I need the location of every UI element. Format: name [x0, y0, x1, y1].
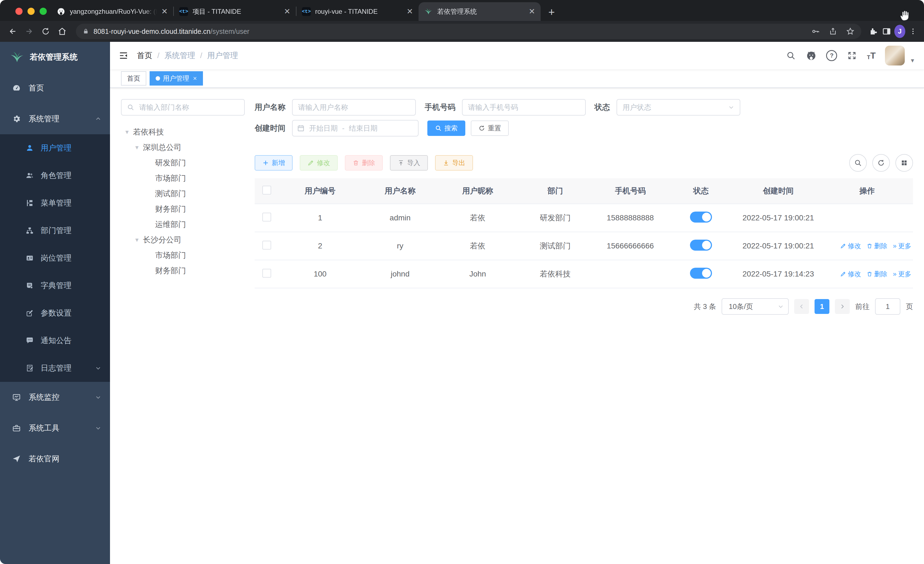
user-avatar[interactable]: [885, 46, 905, 65]
sidebar-item-log-mgmt[interactable]: 日志管理: [0, 354, 110, 382]
sidebar-item-menu-mgmt[interactable]: 菜单管理: [0, 189, 110, 217]
import-button[interactable]: 导入: [390, 155, 428, 171]
row-checkbox[interactable]: [262, 213, 271, 221]
username-input[interactable]: [292, 99, 416, 116]
date-range-picker[interactable]: 开始日期 - 结束日期: [292, 120, 418, 137]
app-logo[interactable]: 若依管理系统: [0, 42, 110, 73]
back-icon[interactable]: [6, 24, 20, 39]
tree-node[interactable]: 财务部门: [121, 263, 245, 278]
caret-down-icon[interactable]: ▼: [124, 129, 130, 135]
breadcrumb-home[interactable]: 首页: [137, 50, 152, 61]
delete-button[interactable]: 删除: [345, 155, 383, 171]
add-button[interactable]: 新增: [255, 155, 292, 171]
columns-grid-icon[interactable]: [896, 154, 913, 171]
row-checkbox[interactable]: [262, 269, 271, 278]
sidebar-item-system-mgmt[interactable]: 系统管理: [0, 104, 110, 134]
extensions-puzzle-icon[interactable]: [868, 26, 879, 37]
caret-down-icon[interactable]: ▼: [134, 237, 140, 243]
sidebar-item-notice[interactable]: 通知公告: [0, 327, 110, 354]
page-size-select[interactable]: 10条/页: [722, 298, 789, 315]
dept-search-box[interactable]: [121, 99, 245, 116]
table-row[interactable]: 2 ry 若依 测试部门 15666666666 2022-05-17 19:0…: [255, 232, 913, 260]
row-more-link[interactable]: » 更多: [893, 270, 911, 278]
new-tab-button[interactable]: +: [548, 7, 555, 18]
tree-node[interactable]: 财务部门: [121, 202, 245, 217]
row-delete-link[interactable]: 删除: [867, 270, 887, 278]
table-row[interactable]: 1 admin 若依 研发部门 15888888888 2022-05-17 1…: [255, 204, 913, 232]
tag-user-mgmt-active[interactable]: 用户管理 ×: [150, 71, 203, 86]
forward-icon[interactable]: [22, 24, 36, 39]
header-search-icon[interactable]: [785, 50, 796, 61]
row-delete-link[interactable]: 删除: [867, 242, 887, 250]
tag-close-icon[interactable]: ×: [193, 75, 197, 82]
share-icon[interactable]: [829, 27, 837, 36]
edit-button[interactable]: 修改: [300, 155, 338, 171]
browser-menu-icon[interactable]: [908, 26, 918, 37]
sidebar-item-param-settings[interactable]: 参数设置: [0, 299, 110, 327]
browser-tab-titanide-1[interactable]: <t> 项目 - TITANIDE ✕: [174, 2, 296, 21]
reset-button[interactable]: 重置: [471, 120, 509, 136]
browser-tab-ruoyi-active[interactable]: 若依管理系统 ✕: [418, 2, 541, 21]
github-icon[interactable]: [806, 50, 817, 61]
row-edit-link[interactable]: 修改: [840, 270, 861, 278]
sidebar-collapse-icon[interactable]: [119, 51, 128, 60]
tree-node[interactable]: ▼深圳总公司: [121, 140, 245, 155]
bookmark-star-icon[interactable]: [846, 27, 855, 36]
refresh-icon[interactable]: [872, 154, 890, 171]
tree-node[interactable]: 研发部门: [121, 155, 245, 171]
tab-close-icon[interactable]: ✕: [161, 8, 168, 15]
zoom-window-button[interactable]: [40, 8, 47, 15]
status-toggle-on[interactable]: [690, 240, 712, 251]
status-toggle-on[interactable]: [690, 212, 712, 223]
fullscreen-icon[interactable]: [846, 50, 858, 61]
goto-page-input[interactable]: [875, 298, 900, 315]
address-bar[interactable]: 8081-rouyi-vue-demo.cloud.titanide.cn/sy…: [76, 24, 861, 39]
minimize-window-button[interactable]: [27, 8, 34, 15]
show-search-icon[interactable]: [849, 154, 867, 171]
browser-tab-github[interactable]: yangzongzhuan/RuoYi-Vue: (Ru ✕: [51, 2, 173, 21]
sidebar-item-user-mgmt[interactable]: 用户管理: [0, 134, 110, 162]
prev-page-button[interactable]: [794, 299, 809, 314]
close-window-button[interactable]: [15, 8, 22, 15]
sidebar-item-system-monitor[interactable]: 系统监控: [0, 382, 110, 413]
reload-icon[interactable]: [39, 24, 53, 39]
tag-home[interactable]: 首页: [121, 71, 146, 86]
sidebar-item-role-mgmt[interactable]: 角色管理: [0, 162, 110, 189]
dept-search-input[interactable]: [138, 102, 239, 112]
tree-node[interactable]: 市场部门: [121, 171, 245, 186]
key-icon[interactable]: [811, 27, 820, 36]
caret-down-icon[interactable]: ▼: [134, 144, 140, 151]
row-checkbox[interactable]: [262, 241, 271, 250]
sidebar-item-ruoyi-website[interactable]: 若依官网: [0, 444, 110, 474]
status-toggle-on[interactable]: [690, 268, 712, 279]
browser-tab-titanide-2[interactable]: <t> rouyi-vue - TITANIDE ✕: [297, 2, 418, 21]
phone-input[interactable]: [462, 99, 586, 116]
row-edit-link[interactable]: 修改: [840, 242, 861, 250]
tab-close-icon[interactable]: ✕: [529, 8, 535, 15]
side-panel-icon[interactable]: [881, 26, 892, 37]
sidebar-item-dict-mgmt[interactable]: 字典管理: [0, 272, 110, 299]
select-all-checkbox[interactable]: [262, 186, 271, 194]
export-button[interactable]: 导出: [435, 155, 473, 171]
next-page-button[interactable]: [835, 299, 850, 314]
table-row[interactable]: 100 johnd John 若依科技 2022-05-17 19:14:23: [255, 260, 913, 288]
browser-profile-avatar[interactable]: J: [894, 26, 905, 37]
tree-node[interactable]: 运维部门: [121, 217, 245, 232]
home-icon[interactable]: [55, 24, 69, 39]
tree-node[interactable]: ▼若依科技: [121, 124, 245, 140]
tree-node[interactable]: 测试部门: [121, 186, 245, 202]
sidebar-item-home[interactable]: 首页: [0, 73, 110, 104]
tab-close-icon[interactable]: ✕: [407, 8, 413, 15]
sidebar-item-dept-mgmt[interactable]: 部门管理: [0, 217, 110, 244]
search-button[interactable]: 搜索: [428, 120, 465, 136]
current-page-button[interactable]: 1: [814, 299, 830, 314]
status-select[interactable]: 用户状态: [616, 99, 740, 116]
font-size-icon[interactable]: TT: [867, 51, 876, 60]
sidebar-item-system-tools[interactable]: 系统工具: [0, 413, 110, 444]
help-icon[interactable]: ?: [826, 50, 837, 61]
sidebar-item-post-mgmt[interactable]: 岗位管理: [0, 244, 110, 272]
tree-node[interactable]: 市场部门: [121, 248, 245, 263]
row-more-link[interactable]: » 更多: [893, 242, 911, 250]
tree-node[interactable]: ▼长沙分公司: [121, 232, 245, 248]
tab-close-icon[interactable]: ✕: [284, 8, 290, 15]
